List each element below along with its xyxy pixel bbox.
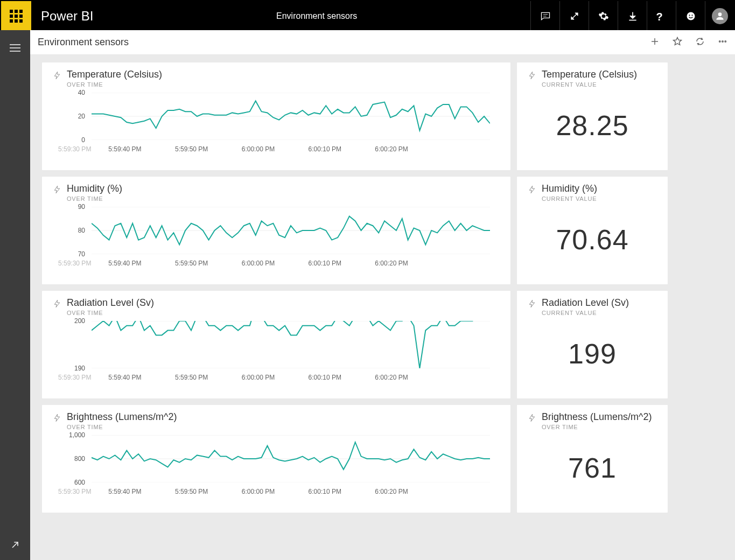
tile-subtitle: OVER TIME <box>67 81 162 88</box>
chart-tile[interactable]: Brightness (Lumens/m^2)OVER TIME6008001,… <box>42 405 510 513</box>
subscribe-button[interactable] <box>695 37 705 48</box>
x-axis-tick: 6:00:10 PM <box>309 374 341 381</box>
gear-icon <box>598 11 609 22</box>
settings-button[interactable] <box>589 1 618 31</box>
notifications-button[interactable] <box>530 1 559 31</box>
svg-point-13 <box>722 40 723 41</box>
content: Environment sensors Temperature (Celsius… <box>30 30 735 560</box>
x-axis-tick: 6:00:00 PM <box>242 260 275 267</box>
app-launcher-button[interactable] <box>1 1 31 31</box>
favorite-button[interactable] <box>673 37 682 48</box>
top-bar: Power BI Environment sensors ? <box>1 1 734 31</box>
download-button[interactable] <box>618 1 647 31</box>
line-chart <box>92 435 500 482</box>
dashboard-row: Brightness (Lumens/m^2)OVER TIME6008001,… <box>42 405 730 513</box>
streaming-icon <box>53 185 61 197</box>
tile-subtitle: OVER TIME <box>67 424 177 430</box>
y-axis: 02040 <box>42 89 89 143</box>
tile-subtitle: OVER TIME <box>67 195 122 202</box>
streaming-icon <box>53 71 61 82</box>
add-tile-button[interactable] <box>650 37 660 48</box>
x-axis-tick: 6:00:00 PM <box>242 374 275 381</box>
chart-tile[interactable]: Radiation Level (Sv)OVER TIME1902005:59:… <box>42 291 510 398</box>
current-value: 28.25 <box>528 109 657 142</box>
y-axis-tick: 800 <box>74 455 85 463</box>
value-tile[interactable]: Brightness (Lumens/m^2)OVER TIME761 <box>517 405 668 513</box>
y-axis-tick: 70 <box>78 250 85 258</box>
x-axis-tick: 5:59:30 PM <box>58 488 91 495</box>
svg-line-9 <box>12 542 18 548</box>
expand-pane-button[interactable] <box>10 540 20 552</box>
svg-point-7 <box>691 15 692 16</box>
fullscreen-button[interactable] <box>559 1 589 31</box>
help-button[interactable]: ? <box>647 1 676 31</box>
dashboard-row: Humidity (%)OVER TIME7080905:59:30 PM5:5… <box>42 177 730 284</box>
tile-title: Radiation Level (Sv) <box>67 297 154 309</box>
app-name: Power BI <box>31 1 103 31</box>
value-tile[interactable]: Radiation Level (Sv)CURRENT VALUE199 <box>517 291 668 398</box>
streaming-icon <box>528 185 536 197</box>
help-icon: ? <box>656 11 667 22</box>
x-axis-tick: 6:00:10 PM <box>309 145 341 153</box>
tile-header: Brightness (Lumens/m^2)OVER TIME <box>528 411 657 430</box>
chart-tile[interactable]: Humidity (%)OVER TIME7080905:59:30 PM5:5… <box>42 177 510 284</box>
y-axis-tick: 200 <box>74 317 85 325</box>
feedback-button[interactable] <box>676 1 705 31</box>
x-axis-tick: 6:00:20 PM <box>375 260 408 267</box>
chat-icon <box>540 11 551 22</box>
current-value: 70.64 <box>528 223 657 256</box>
x-axis-tick: 6:00:20 PM <box>375 145 408 153</box>
topbar-actions: ? <box>530 1 734 31</box>
x-axis-tick: 6:00:00 PM <box>242 145 275 153</box>
tile-title: Temperature (Celsius) <box>542 69 637 80</box>
smile-icon <box>685 11 696 22</box>
streaming-icon <box>528 299 536 311</box>
tile-header: Humidity (%)OVER TIME <box>53 183 500 202</box>
arrow-out-icon <box>10 540 20 550</box>
tile-subtitle: CURRENT VALUE <box>542 81 637 88</box>
star-icon <box>673 37 682 46</box>
x-axis-tick: 5:59:40 PM <box>108 260 141 267</box>
x-axis-tick: 5:59:40 PM <box>108 145 141 153</box>
streaming-icon <box>528 413 536 425</box>
y-axis-tick: 40 <box>78 89 85 96</box>
x-axis-tick: 5:59:40 PM <box>108 374 141 381</box>
subheader-actions <box>650 37 727 48</box>
x-axis-tick: 6:00:10 PM <box>309 488 341 495</box>
x-axis-tick: 5:59:50 PM <box>175 260 208 267</box>
x-axis-tick: 5:59:30 PM <box>58 374 91 381</box>
tile-title: Brightness (Lumens/m^2) <box>542 411 652 423</box>
x-axis-tick: 5:59:50 PM <box>175 145 208 153</box>
x-axis-tick: 5:59:30 PM <box>58 260 91 267</box>
svg-point-14 <box>725 40 726 41</box>
tile-header: Temperature (Celsius)OVER TIME <box>53 69 500 88</box>
x-axis-tick: 6:00:00 PM <box>242 488 275 495</box>
tile-subtitle: OVER TIME <box>542 424 652 430</box>
y-axis-tick: 80 <box>78 227 85 234</box>
svg-point-8 <box>718 12 722 16</box>
more-options-button[interactable] <box>718 37 727 48</box>
tile-subtitle: OVER TIME <box>67 310 154 316</box>
tile-header: Humidity (%)CURRENT VALUE <box>528 183 657 202</box>
person-icon <box>715 11 725 22</box>
line-chart <box>92 321 500 368</box>
value-tile[interactable]: Temperature (Celsius)CURRENT VALUE28.25 <box>517 62 668 170</box>
account-button[interactable] <box>705 1 734 31</box>
page-title: Environment sensors <box>103 1 530 31</box>
y-axis: 190200 <box>42 318 89 372</box>
tile-header: Radiation Level (Sv)CURRENT VALUE <box>528 297 657 316</box>
tile-header: Temperature (Celsius)CURRENT VALUE <box>528 69 657 88</box>
nav-toggle-button[interactable] <box>10 42 20 54</box>
svg-point-12 <box>719 40 720 41</box>
y-axis-tick: 0 <box>81 136 85 144</box>
x-axis-tick: 5:59:30 PM <box>58 145 91 153</box>
tile-title: Humidity (%) <box>542 183 597 194</box>
plus-icon <box>650 37 660 46</box>
x-axis-tick: 5:59:40 PM <box>108 488 141 495</box>
chart-tile[interactable]: Temperature (Celsius)OVER TIME020405:59:… <box>42 62 510 170</box>
x-axis-tick: 6:00:20 PM <box>375 488 408 495</box>
download-icon <box>627 11 638 22</box>
value-tile[interactable]: Humidity (%)CURRENT VALUE70.64 <box>517 177 668 284</box>
streaming-icon <box>53 299 61 311</box>
ellipsis-icon <box>718 37 727 46</box>
